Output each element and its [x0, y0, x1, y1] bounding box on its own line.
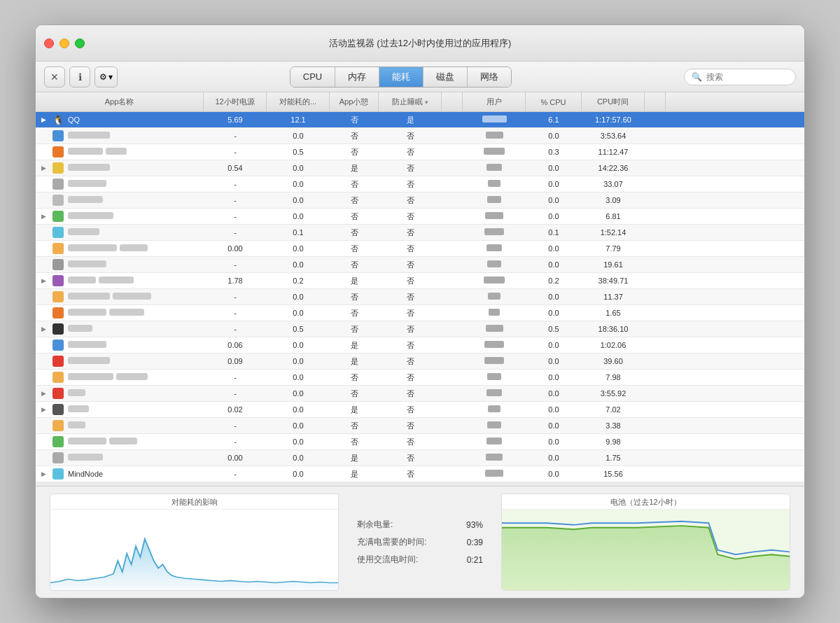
cpu-time-cell: 1:17:57.60 [582, 113, 645, 126]
table-row[interactable]: ▶0.540.0是否0.014:22.36 [36, 160, 804, 176]
spacer-cell [442, 311, 463, 315]
table-row[interactable]: -0.0否否0.07.98 [36, 370, 804, 386]
toolbar: ✕ ℹ ⚙ ▾ CPU 内存 能耗 磁盘 网络 🔍 [36, 62, 804, 92]
app-icon [52, 259, 64, 270]
cpu-pct-cell: 0.0 [526, 419, 582, 432]
col-user[interactable]: 用户 [463, 92, 526, 111]
info-button[interactable]: ℹ [69, 66, 90, 88]
col-prevent-sleep[interactable]: 防止睡眠 ▾ [379, 92, 442, 111]
energy-cell: 0.0 [267, 178, 330, 190]
table-row[interactable]: 0.060.0是否0.01:02.06 [36, 337, 804, 354]
table-row[interactable]: 0.090.0是否0.039.60 [36, 354, 804, 370]
app-name-cell: ▶ [36, 160, 204, 176]
cpu-pct-cell: 0.0 [526, 242, 582, 255]
nap-cell: 否 [330, 209, 379, 224]
table-row[interactable]: -0.5否否0.311:12.47 [36, 144, 804, 160]
tab-cpu[interactable]: CPU [290, 67, 335, 87]
app-icon [52, 291, 64, 302]
table-row[interactable]: -0.1否否0.11:52.14 [36, 225, 804, 241]
maximize-button[interactable]: + [75, 38, 85, 48]
cpu-time-cell: 1:52.14 [582, 226, 645, 239]
table-row[interactable]: 0.000.0是否0.01.75 [36, 450, 804, 466]
app-icon [52, 243, 64, 254]
sleep-cell: 否 [379, 129, 442, 144]
col-app-nap[interactable]: App小憩 [330, 92, 379, 111]
energy-cell: 0.0 [267, 258, 330, 271]
stat-ac-label: 使用交流电时间: [357, 554, 418, 566]
table-row[interactable]: -0.0否否0.011.37 [36, 289, 804, 305]
app-name-cell [36, 176, 204, 192]
extra-cell [645, 198, 666, 202]
cpu-time-cell: 3:53.64 [582, 130, 645, 142]
cpu-pct-cell: 0.0 [526, 162, 582, 174]
app-name-cell [36, 289, 204, 304]
spacer-cell [442, 134, 463, 138]
cpu-time-cell: 19.61 [582, 258, 645, 271]
energy-cell: 0.0 [267, 162, 330, 174]
spacer-cell [442, 343, 463, 347]
search-input[interactable] [706, 72, 788, 82]
col-energy-impact[interactable]: 对能耗的... [267, 92, 330, 111]
minimize-button[interactable]: − [59, 38, 69, 48]
table-row[interactable]: ▶1.780.2是否0.238:49.71 [36, 273, 804, 289]
table-row[interactable]: -0.0否否0.033.07 [36, 176, 804, 192]
spacer-cell [442, 230, 463, 234]
col-cpu-pct[interactable]: % CPU [526, 92, 582, 111]
sleep-cell: 否 [379, 274, 442, 288]
app-icon [52, 356, 64, 367]
nap-cell: 否 [330, 129, 379, 144]
power-12h-cell: - [204, 178, 267, 190]
table-row[interactable]: -0.0否否0.03.38 [36, 418, 804, 434]
app-icon [52, 307, 64, 318]
close-process-button[interactable]: ✕ [44, 66, 65, 88]
power-12h-cell: - [204, 419, 267, 432]
table-row[interactable]: -0.0否否0.09.98 [36, 434, 804, 450]
power-12h-cell: - [204, 387, 267, 400]
spacer-cell [442, 391, 463, 396]
sleep-cell: 是 [379, 113, 442, 127]
table-row[interactable]: ▶🐧QQ5.6912.1否是6.11:17:57.60 [36, 112, 804, 128]
table-row[interactable]: ▶0.020.0是否0.07.02 [36, 402, 804, 418]
app-icon [52, 323, 64, 335]
table-row[interactable]: -0.0否否0.03:53.64 [36, 128, 804, 144]
app-name-cell [36, 337, 204, 353]
tab-energy[interactable]: 能耗 [379, 67, 424, 87]
cpu-time-cell: 1.75 [582, 451, 645, 464]
table-row[interactable]: ▶-0.5否否0.518:36.10 [36, 321, 804, 337]
app-name [68, 148, 127, 156]
col-12h-power[interactable]: 12小时电源 [204, 92, 267, 111]
extra-cell [645, 118, 666, 122]
table-row[interactable]: 0.000.0否否0.07.79 [36, 241, 804, 257]
col-app-name[interactable]: App名称 [36, 92, 204, 111]
stat-ac-value: 0:21 [467, 555, 483, 565]
sleep-cell: 否 [379, 338, 442, 353]
col-cpu-time[interactable]: CPU时间 [582, 92, 645, 111]
energy-cell: 0.0 [267, 435, 330, 448]
gear-menu-button[interactable]: ⚙ ▾ [94, 66, 118, 88]
table-row[interactable]: -0.0否否0.01.65 [36, 305, 804, 321]
app-name-cell [36, 144, 204, 160]
spacer-cell [442, 327, 463, 331]
cpu-time-cell: 3:55.92 [582, 387, 645, 400]
power-12h-cell: 0.02 [204, 403, 267, 416]
col-spacer [442, 92, 463, 111]
tab-network[interactable]: 网络 [468, 67, 511, 87]
energy-chart-body [50, 510, 338, 590]
user-cell [463, 130, 526, 142]
close-button[interactable]: ✕ [44, 38, 54, 48]
expand-arrow-icon: ▶ [41, 213, 48, 220]
table-row[interactable]: ▶-0.0否否0.03:55.92 [36, 386, 804, 402]
table-row[interactable]: ▶-0.0否否0.06.81 [36, 209, 804, 225]
app-name-cell: ▶ [36, 273, 204, 288]
table-row[interactable]: ▶MindNode-0.0是否0.015.56 [36, 466, 804, 482]
tab-disk[interactable]: 磁盘 [424, 67, 468, 87]
search-box[interactable]: 🔍 [684, 69, 796, 85]
table-row[interactable]: -0.0否否0.03.09 [36, 192, 804, 209]
sleep-cell: 否 [379, 209, 442, 224]
table-row[interactable]: -0.0否否0.019.61 [36, 257, 804, 273]
energy-chart-title: 对能耗的影响 [50, 494, 338, 510]
tab-memory[interactable]: 内存 [335, 67, 379, 87]
cpu-pct-cell: 0.0 [526, 435, 582, 448]
extra-cell [645, 214, 666, 218]
extra-cell [645, 311, 666, 315]
